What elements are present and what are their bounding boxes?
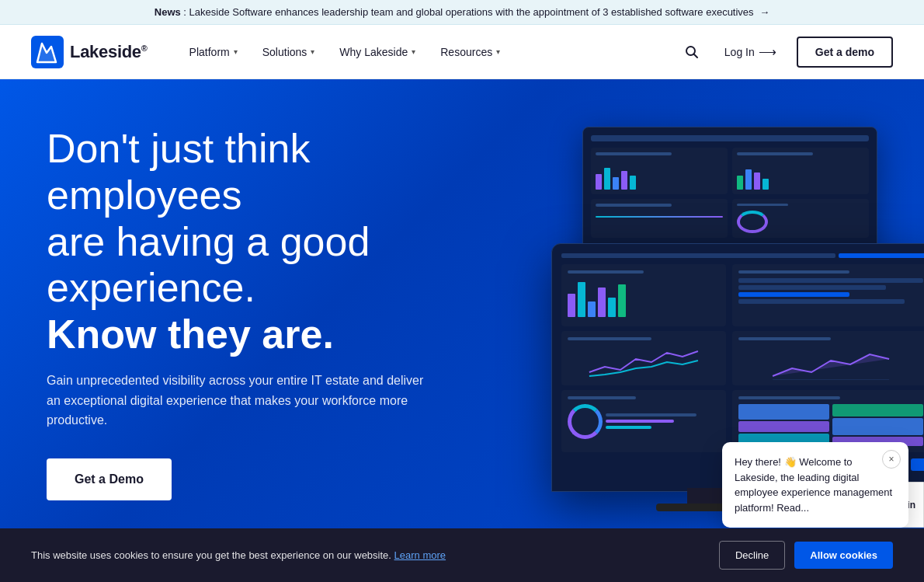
login-arrow-icon: ⟶ — [759, 44, 776, 59]
hero-content: Don't just think employees are having a … — [47, 126, 489, 500]
nav-resources[interactable]: Resources ▾ — [429, 40, 511, 64]
close-icon: × — [888, 454, 894, 465]
cookie-decline-button[interactable]: Decline — [719, 541, 785, 547]
solutions-chevron-icon: ▾ — [311, 47, 314, 56]
nav-right-actions: Log In ⟶ Get a demo — [679, 37, 893, 68]
chat-close-button[interactable]: × — [882, 450, 901, 469]
get-demo-nav-button[interactable]: Get a demo — [797, 37, 893, 68]
lakeside-logo-icon — [31, 36, 64, 68]
hero-heading: Don't just think employees are having a … — [47, 126, 489, 358]
nav-platform[interactable]: Platform ▾ — [179, 40, 248, 64]
cookie-banner: This website uses cookies to ensure you … — [0, 528, 924, 547]
news-banner: News : Lakeside Software enhances leader… — [0, 0, 924, 25]
nav-links: Platform ▾ Solutions ▾ Why Lakeside ▾ Re… — [179, 40, 679, 64]
svg-line-4 — [693, 54, 697, 58]
hero-cta-button[interactable]: Get a Demo — [47, 458, 172, 500]
hero-subtext: Gain unprecedented visibility across you… — [47, 371, 435, 430]
chat-widget: × Hey there! 👋 Welcome to Lakeside, the … — [722, 442, 908, 528]
cookie-allow-button[interactable]: Allow cookies — [794, 542, 893, 547]
search-button[interactable] — [679, 40, 704, 64]
resources-chevron-icon: ▾ — [496, 47, 500, 56]
navbar: Lakeside® Platform ▾ Solutions ▾ Why Lak… — [0, 25, 924, 79]
news-arrow: → — [759, 6, 769, 18]
login-button[interactable]: Log In ⟶ — [717, 40, 784, 64]
nav-solutions[interactable]: Solutions ▾ — [252, 40, 326, 64]
news-text: : Lakeside Software enhances leadership … — [183, 6, 753, 18]
why-lakeside-chevron-icon: ▾ — [412, 47, 415, 56]
news-prefix: News — [155, 6, 181, 18]
logo-link[interactable]: Lakeside® — [31, 36, 148, 68]
nav-why-lakeside[interactable]: Why Lakeside ▾ — [328, 40, 426, 64]
chat-text: Hey there! 👋 Welcome to Lakeside, the le… — [735, 455, 896, 515]
platform-chevron-icon: ▾ — [234, 47, 238, 56]
search-icon — [684, 44, 700, 60]
logo-text: Lakeside® — [70, 42, 148, 62]
